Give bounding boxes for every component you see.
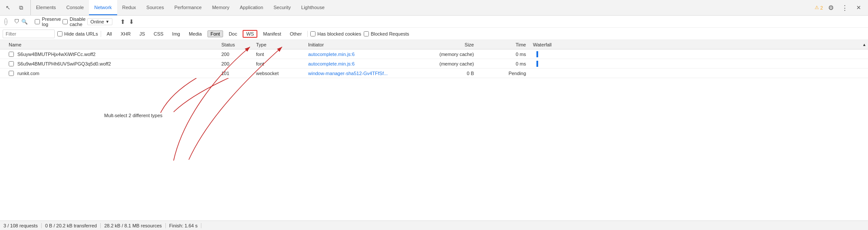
row-type-3: websocket bbox=[256, 71, 308, 76]
has-blocked-cookies-checkbox[interactable] bbox=[310, 31, 316, 36]
filter-input[interactable] bbox=[3, 30, 55, 38]
annotation-area: Mult-select 2 different types bbox=[0, 78, 868, 156]
filter-js[interactable]: JS bbox=[136, 30, 148, 37]
warning-count: 2 bbox=[820, 5, 823, 10]
initiator-link-3[interactable]: window-manager-sha512-Gv4TFfSf... bbox=[308, 71, 421, 76]
filter-sep bbox=[101, 31, 101, 37]
status-bar: 3 / 108 requests 0 B / 20.2 kB transferr… bbox=[0, 220, 868, 230]
close-button[interactable]: ✕ bbox=[852, 2, 865, 14]
row-checkbox-2[interactable] bbox=[9, 61, 14, 66]
filter-doc[interactable]: Doc bbox=[226, 30, 240, 37]
sort-asc-icon: ▲ bbox=[862, 43, 866, 47]
table-row[interactable]: S6u9w4BMUTPHh6UVSwiPGQ3q5d0.woff2 200 fo… bbox=[0, 59, 868, 69]
has-blocked-cookies-label[interactable]: Has blocked cookies bbox=[310, 31, 361, 36]
row-initiator-3: window-manager-sha512-Gv4TFfSf... bbox=[308, 71, 421, 76]
header-name[interactable]: Name bbox=[0, 42, 221, 47]
disable-cache-label[interactable]: Disable cache bbox=[62, 16, 85, 27]
main-tabs: Elements Console Network Redux Sources P… bbox=[31, 0, 815, 15]
transferred-size: 0 B / 20.2 kB transferred bbox=[42, 223, 101, 228]
header-time[interactable]: Time bbox=[477, 42, 529, 47]
tab-elements[interactable]: Elements bbox=[31, 0, 61, 15]
header-type[interactable]: Type bbox=[256, 42, 308, 47]
row-checkbox-1[interactable] bbox=[9, 52, 14, 57]
throttle-select[interactable]: Online ▼ bbox=[87, 18, 112, 25]
tab-performance[interactable]: Performance bbox=[169, 0, 207, 15]
filter-font[interactable]: Font bbox=[207, 30, 223, 37]
filter-other[interactable]: Other bbox=[287, 30, 305, 37]
tab-network[interactable]: Network bbox=[89, 0, 117, 15]
filter-xhr[interactable]: XHR bbox=[118, 30, 134, 37]
network-toolbar: ○ ⛉ 🔍 Preserve log Disable cache Online … bbox=[0, 16, 868, 28]
filter-css[interactable]: CSS bbox=[151, 30, 167, 37]
hide-data-urls-label[interactable]: Hide data URLs bbox=[57, 31, 98, 36]
row-type-1: font bbox=[256, 52, 308, 57]
row-name-3: runkit.com bbox=[0, 71, 221, 76]
row-status-1: 200 bbox=[221, 52, 256, 57]
header-initiator[interactable]: Initiator bbox=[308, 42, 421, 47]
waterfall-bar-1 bbox=[536, 51, 538, 57]
search-icon[interactable]: 🔍 bbox=[21, 17, 28, 26]
row-name-1: S6uyw4BMUTPHjx4wXiWtFCc.woff2 bbox=[0, 52, 221, 57]
annotation-text: Mult-select 2 different types bbox=[104, 113, 162, 118]
header-waterfall[interactable]: Waterfall ▲ bbox=[529, 42, 868, 47]
filter-sep2 bbox=[307, 31, 308, 37]
table-row[interactable]: S6uyw4BMUTPHjx4wXiWtFCc.woff2 200 font a… bbox=[0, 49, 868, 59]
filter-icon[interactable]: ⛉ bbox=[14, 17, 20, 26]
filter-ws[interactable]: WS bbox=[243, 30, 257, 38]
row-initiator-2: autocomplete.min.js:6 bbox=[308, 61, 421, 66]
tab-bar: ↖ ⧉ Elements Console Network Redux Sourc… bbox=[0, 0, 868, 16]
row-size-2: (memory cache) bbox=[421, 61, 477, 66]
finish-time: Finish: 1.64 s bbox=[166, 223, 201, 228]
tab-security[interactable]: Security bbox=[268, 0, 296, 15]
upload-icon[interactable]: ⬆ bbox=[119, 18, 126, 25]
tab-redux[interactable]: Redux bbox=[117, 0, 141, 15]
requests-count: 3 / 108 requests bbox=[3, 223, 42, 228]
cursor-icon[interactable]: ↖ bbox=[2, 2, 14, 14]
initiator-link-2[interactable]: autocomplete.min.js:6 bbox=[308, 61, 421, 66]
row-time-2: 0 ms bbox=[477, 61, 529, 66]
device-icon[interactable]: ⧉ bbox=[15, 2, 27, 14]
row-size-1: (memory cache) bbox=[421, 52, 477, 57]
row-status-3: 101 bbox=[221, 71, 256, 76]
table-header: Name Status Type Initiator Size Time Wat… bbox=[0, 40, 868, 49]
warning-icon: ⚠ bbox=[815, 5, 819, 10]
tab-lighthouse[interactable]: Lighthouse bbox=[296, 0, 330, 15]
waterfall-bar-2 bbox=[536, 61, 538, 67]
filter-all[interactable]: All bbox=[104, 30, 115, 37]
top-bar-right: ⚠ 2 ⚙ ⋮ ✕ bbox=[815, 0, 868, 15]
clear-button[interactable]: ○ bbox=[4, 18, 7, 25]
warning-badge[interactable]: ⚠ 2 bbox=[815, 5, 823, 10]
filter-media[interactable]: Media bbox=[186, 30, 205, 37]
row-waterfall-2 bbox=[529, 61, 868, 67]
row-time-1: 0 ms bbox=[477, 52, 529, 57]
filter-img[interactable]: Img bbox=[169, 30, 183, 37]
header-size[interactable]: Size bbox=[421, 42, 477, 47]
devtools-controls: ↖ ⧉ bbox=[2, 0, 31, 15]
preserve-log-label[interactable]: Preserve log bbox=[35, 16, 61, 27]
download-icon[interactable]: ⬇ bbox=[128, 18, 135, 25]
row-type-2: font bbox=[256, 61, 308, 66]
table-row[interactable]: runkit.com 101 websocket window-manager-… bbox=[0, 69, 868, 78]
gear-button[interactable]: ⚙ bbox=[825, 2, 837, 14]
tab-sources[interactable]: Sources bbox=[141, 0, 169, 15]
filter-manifest[interactable]: Manifest bbox=[260, 30, 284, 37]
resources-size: 28.2 kB / 8.1 MB resources bbox=[101, 223, 166, 228]
row-initiator-1: autocomplete.min.js:6 bbox=[308, 52, 421, 57]
disable-cache-checkbox[interactable] bbox=[62, 19, 68, 24]
tab-application[interactable]: Application bbox=[234, 0, 268, 15]
tab-memory[interactable]: Memory bbox=[207, 0, 235, 15]
filter-bar: Hide data URLs All XHR JS CSS Img Media … bbox=[0, 28, 868, 40]
hide-data-urls-checkbox[interactable] bbox=[57, 31, 62, 36]
chevron-down-icon: ▼ bbox=[105, 20, 109, 24]
row-checkbox-3[interactable] bbox=[9, 71, 14, 76]
row-waterfall-1 bbox=[529, 51, 868, 57]
row-size-3: 0 B bbox=[421, 71, 477, 76]
toolbar-settings: ⚙ bbox=[137, 16, 868, 28]
header-status[interactable]: Status bbox=[221, 42, 256, 47]
more-options-button[interactable]: ⋮ bbox=[838, 2, 851, 14]
blocked-requests-checkbox[interactable] bbox=[364, 31, 369, 36]
blocked-requests-label[interactable]: Blocked Requests bbox=[364, 31, 409, 36]
tab-console[interactable]: Console bbox=[61, 0, 89, 15]
preserve-log-checkbox[interactable] bbox=[35, 19, 40, 24]
initiator-link-1[interactable]: autocomplete.min.js:6 bbox=[308, 52, 421, 57]
